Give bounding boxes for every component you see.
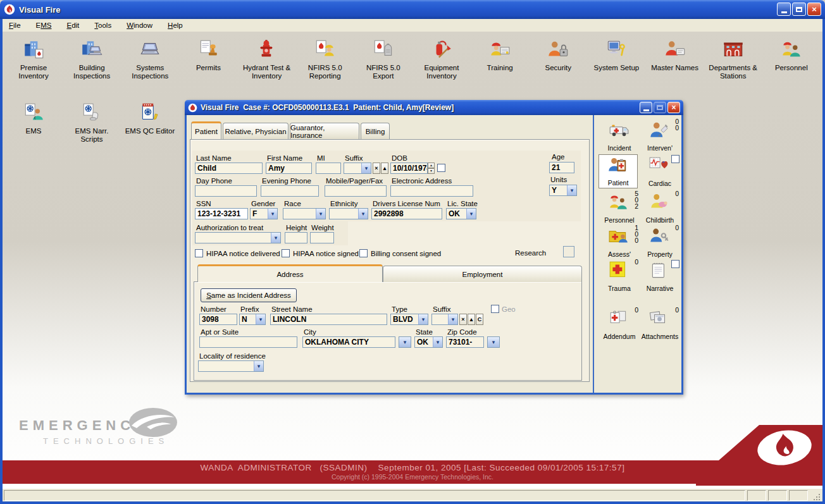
- sidebar-item-incident[interactable]: Incident: [600, 119, 639, 153]
- addr-suffix-up-button[interactable]: ▴: [468, 314, 475, 325]
- addr-suffix-select[interactable]: ▾: [431, 314, 458, 325]
- dialog-minimize-button[interactable]: [640, 102, 652, 113]
- race-select[interactable]: ▾: [283, 208, 326, 219]
- tab-address[interactable]: Address: [197, 264, 383, 282]
- age-input[interactable]: 21: [549, 162, 574, 173]
- minimize-button[interactable]: [777, 3, 791, 16]
- authorization-select[interactable]: ▾: [195, 232, 281, 243]
- menu-file[interactable]: File: [9, 22, 21, 29]
- billing-consent-checkbox[interactable]: [359, 249, 368, 257]
- city-dropdown-button[interactable]: ▾: [399, 336, 411, 348]
- toolbar-personnel[interactable]: Personnel: [763, 38, 820, 80]
- mi-input[interactable]: [316, 163, 341, 174]
- geo-checkbox[interactable]: [491, 305, 499, 313]
- close-button[interactable]: ×: [807, 3, 821, 16]
- electronic-address-input[interactable]: [390, 185, 473, 197]
- last-name-input[interactable]: Child: [195, 163, 263, 174]
- drivers-license-input[interactable]: 2992898: [371, 208, 442, 219]
- toolbar-master-names[interactable]: Master Names: [647, 38, 704, 80]
- menu-help[interactable]: Help: [168, 22, 183, 29]
- number-input[interactable]: 3098: [199, 314, 237, 325]
- dob-checkbox[interactable]: [437, 164, 445, 172]
- hipaa-signed-checkbox[interactable]: [282, 249, 290, 257]
- first-name-input[interactable]: Amy: [266, 163, 312, 174]
- dialog-titlebar[interactable]: Visual Fire Case #: OCFD050000113.E3.1 P…: [185, 100, 683, 115]
- window-titlebar[interactable]: Visual Fire ×: [0, 0, 825, 19]
- mobile-pager-fax-input[interactable]: [325, 185, 387, 197]
- weight-input[interactable]: [310, 232, 334, 243]
- toolbar-permits[interactable]: Permits: [180, 38, 237, 80]
- ssn-input[interactable]: 123-12-3231: [195, 208, 248, 219]
- sidebar-item-attachments[interactable]: 0 Attachments: [640, 307, 679, 341]
- gender-select[interactable]: F▾: [250, 208, 278, 219]
- sidebar-item-narrative[interactable]: Narrative: [640, 259, 679, 293]
- zip-code-input[interactable]: 73101-: [446, 336, 484, 348]
- toolbar-hydrant-test-inventory[interactable]: Hydrant Test & Inventory: [239, 38, 295, 80]
- toolbar-systems-inspections[interactable]: Systems Inspections: [121, 38, 178, 80]
- maximize-button[interactable]: [792, 3, 806, 16]
- toolbar-departments-stations[interactable]: Departments & Stations: [705, 38, 762, 80]
- tab-employment[interactable]: Employment: [383, 266, 582, 282]
- height-input[interactable]: [285, 232, 307, 243]
- narrative-checkbox[interactable]: [671, 260, 679, 268]
- zip-dropdown-button[interactable]: ▾: [487, 336, 500, 348]
- lic-state-select[interactable]: OK▾: [446, 208, 476, 219]
- sidebar-item-childbirth[interactable]: 0 Childbirth: [640, 191, 679, 225]
- menu-ems[interactable]: EMS: [36, 22, 52, 29]
- sidebar-item-trauma[interactable]: 0 Trauma: [600, 259, 639, 293]
- prefix-label: Prefix: [240, 305, 259, 313]
- dob-spinner[interactable]: ▴▾: [428, 163, 435, 174]
- toolbar-ems-qc-editor[interactable]: EMS QC Editor: [121, 101, 178, 144]
- resize-grip[interactable]: [814, 494, 815, 495]
- street-name-input[interactable]: LINCOLN: [270, 314, 387, 325]
- type-select[interactable]: BLVD▾: [390, 314, 428, 325]
- sidebar-item-addendum[interactable]: 0 Addendum: [600, 307, 639, 341]
- addr-suffix-copy-button[interactable]: C: [476, 314, 483, 325]
- menu-edit[interactable]: Edit: [66, 22, 79, 29]
- spinner-down-icon[interactable]: ▾: [428, 168, 435, 174]
- tab-billing[interactable]: Billing: [361, 123, 390, 139]
- prefix-select[interactable]: N▾: [239, 314, 266, 325]
- tab-relative-physician[interactable]: Relative, Physician: [223, 123, 288, 139]
- toolbar-security[interactable]: Security: [530, 38, 586, 80]
- hipaa-delivered-checkbox[interactable]: [195, 249, 203, 257]
- units-select[interactable]: Y▾: [549, 185, 577, 196]
- dob-input[interactable]: 10/10/1974: [390, 163, 428, 174]
- research-box[interactable]: [563, 246, 574, 257]
- day-phone-input[interactable]: [195, 185, 257, 197]
- menu-tools[interactable]: Tools: [94, 22, 111, 29]
- sidebar-item-cardiac[interactable]: Cardiac: [640, 154, 679, 188]
- suffix-up-button[interactable]: ▴: [381, 163, 388, 174]
- sidebar-item-patient[interactable]: Patient: [599, 154, 638, 188]
- dialog-close-button[interactable]: ×: [667, 102, 680, 113]
- sidebar-item-property[interactable]: 0 Property: [640, 225, 679, 259]
- addr-suffix-clear-button[interactable]: ×: [459, 314, 467, 325]
- city-input[interactable]: OKLAHOMA CITY: [302, 336, 395, 348]
- ethnicity-select[interactable]: ▾: [329, 208, 368, 219]
- toolbar-training[interactable]: Training: [471, 38, 528, 80]
- tab-guarantor-insurance[interactable]: Guarantor, Insurance: [290, 123, 359, 139]
- locality-select[interactable]: ▾: [198, 360, 264, 372]
- toolbar-system-setup[interactable]: System Setup: [588, 38, 645, 80]
- suffix-clear-button[interactable]: ×: [373, 163, 380, 174]
- tab-patient[interactable]: Patient: [191, 121, 221, 139]
- toolbar-equipment-inventory[interactable]: Equipment Inventory: [413, 38, 470, 80]
- sidebar-item-personnel[interactable]: 502 Personnel: [600, 191, 639, 225]
- apt-suite-input[interactable]: [199, 336, 297, 348]
- toolbar-ems-narr-scripts[interactable]: EMS Narr. Scripts: [63, 101, 120, 144]
- toolbar-premise-inventory[interactable]: Premise Inventory: [5, 38, 62, 80]
- evening-phone-input[interactable]: [261, 185, 319, 197]
- sidebar-item-assessment[interactable]: 100 Assess': [600, 225, 639, 259]
- state-select[interactable]: OK▾: [414, 336, 443, 348]
- toolbar-building-inspections[interactable]: Building Inspections: [63, 38, 120, 80]
- menu-window[interactable]: Window: [127, 22, 152, 29]
- toolbar-nfirs-reporting[interactable]: NFIRS 5.0 Reporting: [297, 38, 354, 80]
- sidebar-item-intervention[interactable]: 00 Interven': [640, 119, 679, 153]
- cardiac-checkbox[interactable]: [671, 155, 679, 163]
- toolbar-ems[interactable]: EMS: [5, 101, 62, 144]
- suffix-select[interactable]: ▾: [344, 163, 371, 174]
- spinner-up-icon[interactable]: ▴: [428, 163, 435, 168]
- toolbar-nfirs-export[interactable]: NFIRS 5.0 Export: [355, 38, 412, 80]
- same-as-incident-address-button[interactable]: Same as Incident Address: [201, 288, 297, 302]
- dialog-maximize-button[interactable]: [654, 102, 666, 113]
